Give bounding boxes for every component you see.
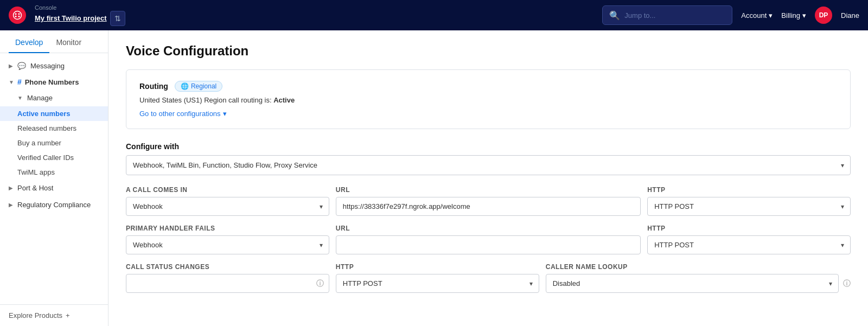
call-status-input-wrap: ⓘ — [126, 274, 329, 293]
primary-handler-url-col: URL — [336, 225, 641, 254]
call-comes-in-row: A call comes in Webhook ▾ URL HTTP HTTP … — [126, 186, 851, 216]
sidebar-item-phone-numbers[interactable]: ▼ # Phone Numbers — [0, 74, 108, 90]
account-menu[interactable]: Account ▾ — [741, 11, 773, 20]
primary-http-label: HTTP — [647, 225, 851, 232]
project-name[interactable]: My first Twilio project — [35, 14, 107, 22]
primary-http-select[interactable]: HTTP POST — [647, 235, 851, 254]
status-http-label: HTTP — [336, 263, 539, 271]
status-http-select-wrap: HTTP POST ▾ — [336, 274, 539, 293]
explore-products-button[interactable]: Explore Products + — [0, 304, 108, 326]
sidebar-label-port-host: Port & Host — [17, 184, 53, 192]
info-icon[interactable]: ⓘ — [316, 279, 324, 289]
caller-name-select[interactable]: Disabled — [546, 274, 839, 293]
account-label: Account — [741, 11, 767, 20]
routing-link-text: Go to other configurations — [139, 110, 221, 118]
page-title: Voice Configuration — [126, 43, 851, 59]
sidebar-label-verified-caller-ids: Verified Caller IDs — [17, 154, 74, 162]
status-http-select[interactable]: HTTP POST — [336, 274, 539, 293]
chevron-down-icon: ▾ — [802, 11, 806, 20]
call-status-label: Call status changes — [126, 263, 329, 271]
chevron-down-icon-sidebar: ▼ — [9, 79, 14, 85]
chevron-right-icon: ▶ — [9, 63, 13, 69]
call-comes-in-http-col: HTTP HTTP POST ▾ — [647, 186, 851, 216]
sidebar-tabs: Develop Monitor — [0, 30, 108, 53]
call-http-label: HTTP — [647, 186, 851, 194]
primary-handler-http-col: HTTP HTTP POST ▾ — [647, 225, 851, 254]
username: Diane — [841, 11, 859, 20]
sidebar-label-buy-number: Buy a number — [17, 139, 61, 147]
primary-handler-label: Primary handler fails — [126, 225, 329, 232]
avatar[interactable]: DP — [815, 7, 832, 24]
sidebar-label-twiml-apps: TwiML apps — [17, 168, 55, 176]
svg-point-3 — [15, 16, 17, 17]
sidebar-item-label: Messaging — [30, 62, 65, 70]
configure-with-select[interactable]: Webhook, TwiML Bin, Function, Studio Flo… — [126, 155, 851, 175]
routing-header: Routing 🌐 Regional — [139, 81, 837, 92]
call-status-http-col: HTTP HTTP POST ▾ — [336, 263, 539, 293]
billing-menu[interactable]: Billing ▾ — [781, 11, 806, 20]
call-url-label: URL — [336, 186, 641, 194]
search-input[interactable] — [624, 11, 725, 20]
call-status-row: Call status changes ⓘ HTTP HTTP POST ▾ C… — [126, 263, 851, 293]
primary-handler-select-wrap: Webhook ▾ — [126, 235, 329, 254]
explore-products-label: Explore Products — [9, 311, 62, 319]
primary-url-input[interactable] — [336, 235, 641, 254]
call-http-select[interactable]: HTTP POST — [647, 197, 851, 216]
sidebar: Develop Monitor ▶ 💬 Messaging ▼ # Phone … — [0, 30, 108, 326]
sidebar-item-released-numbers[interactable]: Released numbers — [0, 121, 108, 136]
call-http-select-wrap: HTTP POST ▾ — [647, 197, 851, 216]
call-status-input[interactable] — [126, 274, 329, 293]
chevron-right-icon-reg: ▶ — [9, 202, 13, 208]
primary-http-select-wrap: HTTP POST ▾ — [647, 235, 851, 254]
routing-label: Routing — [139, 82, 168, 91]
call-comes-in-select-wrap: Webhook ▾ — [126, 197, 329, 216]
sidebar-item-regulatory[interactable]: ▶ Regulatory Compliance — [0, 196, 108, 213]
svg-point-0 — [14, 11, 22, 20]
sidebar-item-verified-caller-ids[interactable]: Verified Caller IDs — [0, 150, 108, 165]
configure-with-label: Configure with — [126, 142, 851, 151]
primary-url-label: URL — [336, 225, 641, 232]
caller-name-lookup-col: Caller Name Lookup Disabled ▾ ⓘ — [546, 263, 851, 293]
chevron-down-icon: ▾ — [769, 11, 773, 20]
caller-info-icon[interactable]: ⓘ — [843, 279, 851, 289]
chat-icon: 💬 — [17, 62, 26, 70]
call-comes-in-col: A call comes in Webhook ▾ — [126, 186, 329, 216]
plus-icon: + — [66, 311, 70, 319]
sidebar-label-phone-numbers: Phone Numbers — [25, 78, 79, 86]
search-bar[interactable]: 🔍 — [602, 5, 732, 25]
sidebar-label-manage: Manage — [27, 94, 53, 102]
chevron-right-icon-port: ▶ — [9, 185, 13, 191]
routing-link[interactable]: Go to other configurations ▾ — [139, 110, 837, 118]
call-url-input[interactable] — [336, 197, 641, 216]
sidebar-item-buy-number[interactable]: Buy a number — [0, 136, 108, 150]
main-content: Voice Configuration Routing 🌐 Regional U… — [108, 30, 868, 326]
call-status-col: Call status changes ⓘ — [126, 263, 329, 293]
sidebar-item-active-numbers[interactable]: Active numbers — [0, 106, 108, 121]
call-comes-in-label: A call comes in — [126, 186, 329, 194]
sidebar-item-messaging[interactable]: ▶ 💬 Messaging — [0, 57, 108, 74]
sidebar-label-active-numbers: Active numbers — [17, 110, 71, 118]
routing-badge: 🌐 Regional — [175, 81, 222, 92]
project-switcher-button[interactable]: ⇅ — [110, 11, 125, 26]
top-navigation: Console My first Twilio project ⇅ 🔍 Acco… — [0, 0, 868, 30]
tab-develop[interactable]: Develop — [9, 30, 49, 53]
svg-point-4 — [18, 16, 20, 17]
chevron-down-icon-manage: ▼ — [17, 95, 23, 101]
tab-monitor[interactable]: Monitor — [49, 30, 88, 53]
sidebar-label-released-numbers: Released numbers — [17, 124, 76, 132]
caller-name-select-wrap: Disabled ▾ — [546, 274, 839, 293]
call-comes-in-select[interactable]: Webhook — [126, 197, 329, 216]
configure-with-select-wrap: Webhook, TwiML Bin, Function, Studio Flo… — [126, 155, 851, 175]
routing-badge-text: Regional — [191, 82, 216, 90]
sidebar-item-twiml-apps[interactable]: TwiML apps — [0, 165, 108, 180]
sidebar-item-port-host[interactable]: ▶ Port & Host — [0, 180, 108, 196]
sidebar-item-manage[interactable]: ▼ Manage — [0, 90, 108, 106]
billing-label: Billing — [781, 11, 800, 20]
routing-status-text: United States (US1) Region call routing … — [139, 96, 272, 104]
primary-handler-row: Primary handler fails Webhook ▾ URL HTTP… — [126, 225, 851, 254]
routing-status: United States (US1) Region call routing … — [139, 96, 837, 104]
primary-handler-select[interactable]: Webhook — [126, 235, 329, 254]
caller-name-label: Caller Name Lookup — [546, 263, 851, 271]
hash-icon: # — [17, 78, 22, 86]
svg-point-1 — [15, 13, 17, 15]
